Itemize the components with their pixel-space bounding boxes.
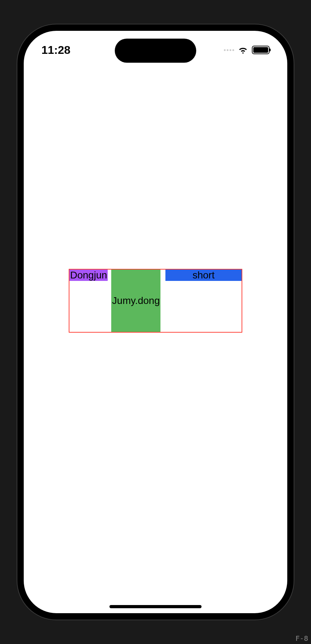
status-indicators bbox=[224, 46, 270, 54]
layout-demo-container: Dongjun Jumy.dong short bbox=[69, 269, 242, 333]
iphone-screen: 11:28 Dongjun bbox=[24, 31, 287, 613]
dynamic-island bbox=[115, 39, 196, 63]
corner-label: F-8 bbox=[295, 634, 308, 643]
iphone-frame: 11:28 Dongjun bbox=[17, 24, 294, 620]
cellular-dots-icon bbox=[224, 49, 234, 51]
blue-box: short bbox=[165, 270, 242, 281]
status-time: 11:28 bbox=[41, 44, 70, 57]
home-indicator[interactable] bbox=[109, 605, 202, 608]
wifi-icon bbox=[238, 46, 248, 54]
green-box: Jumy.dong bbox=[111, 270, 160, 332]
purple-box: Dongjun bbox=[69, 270, 108, 281]
battery-icon bbox=[252, 46, 270, 54]
app-content: Dongjun Jumy.dong short bbox=[24, 31, 287, 613]
